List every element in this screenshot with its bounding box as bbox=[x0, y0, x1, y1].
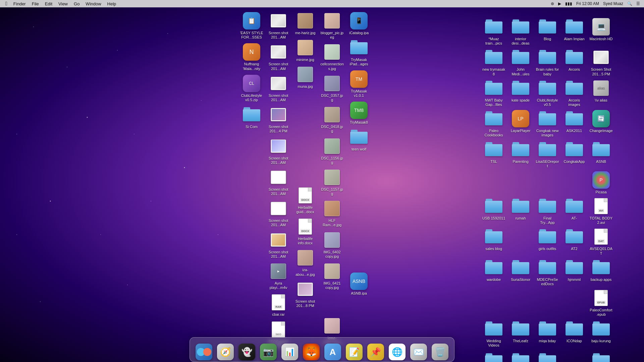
list-item[interactable]: me-hariz.jpg bbox=[292, 11, 319, 37]
list-item[interactable]: DSC_1157.jpg bbox=[319, 167, 345, 198]
list-item[interactable]: wardobe bbox=[480, 257, 507, 288]
dock-firefox[interactable]: 🦊 bbox=[302, 341, 321, 360]
list-item[interactable]: TryMasak iPad...ages bbox=[345, 38, 372, 68]
list-item[interactable]: Screen shot 201...4 PM bbox=[265, 105, 292, 135]
list-item[interactable]: cellconnections.jpg bbox=[319, 42, 345, 72]
list-item[interactable]: Congkak new images bbox=[534, 109, 561, 139]
wifi-icon[interactable]: ⊛ bbox=[551, 1, 554, 6]
menu-file[interactable]: File bbox=[29, 0, 42, 7]
list-item[interactable]: teen wolf bbox=[345, 127, 372, 153]
dock-growl[interactable]: 👻 bbox=[237, 341, 257, 360]
menu-window[interactable]: Window bbox=[83, 0, 104, 7]
list-item[interactable]: hjmmml bbox=[561, 257, 588, 288]
list-item[interactable]: 💻 Macintosh HD bbox=[588, 17, 614, 47]
menu-view[interactable]: View bbox=[56, 0, 70, 7]
list-item[interactable]: Paleo Cookbooks bbox=[480, 109, 507, 139]
list-item[interactable]: DOCX Herbalife info.docx bbox=[292, 217, 319, 247]
list-item[interactable]: John Medi...ules bbox=[507, 47, 534, 78]
list-item[interactable]: Wedding Videos bbox=[480, 319, 507, 349]
list-item[interactable]: RAR cbar.rar bbox=[265, 292, 292, 318]
list-item[interactable]: blogger_pic.jpeg bbox=[319, 11, 345, 41]
dock-appstore[interactable]: A bbox=[323, 341, 342, 360]
list-item[interactable]: USB 1592011 bbox=[480, 196, 507, 227]
list-item[interactable]: new trymasak 8 bbox=[480, 47, 507, 78]
list-item[interactable]: alias \\v alias bbox=[588, 78, 614, 109]
volume-icon[interactable]: ▶ bbox=[558, 1, 561, 6]
list-item[interactable]: muna.jpg bbox=[292, 64, 319, 90]
list-item[interactable]: Screen Shot 201...5 PM bbox=[588, 47, 614, 78]
list-item[interactable]: DSC_0418.jpg bbox=[319, 105, 345, 135]
list-item[interactable]: BanyanTree bbox=[588, 351, 614, 362]
list-item[interactable]: AT2 bbox=[561, 227, 588, 257]
list-item[interactable]: SuriaStonor bbox=[507, 257, 534, 288]
menu-help[interactable]: Help bbox=[105, 0, 119, 7]
list-item[interactable]: Arcoris bbox=[561, 47, 588, 78]
dock-notes[interactable]: 📝 bbox=[344, 341, 364, 360]
list-item[interactable]: miqa bday bbox=[534, 319, 561, 349]
apple-menu[interactable]:  bbox=[3, 0, 10, 7]
list-item[interactable]: backup apps bbox=[588, 257, 614, 288]
menu-finder[interactable]: Finder bbox=[11, 0, 29, 7]
list-item[interactable]: EPUB PaleoComfort.epub bbox=[588, 288, 614, 318]
list-item[interactable]: TM8 TryMasak8 bbox=[345, 100, 372, 126]
dock-activity[interactable]: 📊 bbox=[280, 341, 300, 360]
list-item[interactable]: N Nuffnang 'Mala...nity bbox=[238, 42, 265, 72]
list-item[interactable]: Screen shot 201...AM bbox=[265, 167, 292, 198]
dock-trash[interactable]: 🗑️ bbox=[430, 341, 450, 360]
list-item[interactable]: AVI TOTAL BODY 2.avi bbox=[588, 196, 614, 227]
list-item[interactable]: MK28 bbox=[534, 351, 561, 362]
list-item[interactable]: CongkakApp bbox=[561, 139, 588, 170]
list-item[interactable]: ASK2011 bbox=[561, 109, 588, 139]
list-item[interactable]: Arcoris images bbox=[561, 78, 588, 109]
dock-stickies[interactable]: 📌 bbox=[366, 341, 385, 360]
list-item[interactable]: ClubLifestyle v0.5 bbox=[534, 78, 561, 109]
list-item[interactable]: Screen shot 201...AM bbox=[265, 198, 292, 229]
list-item[interactable]: Screen shot 201...AM bbox=[265, 42, 292, 72]
list-item[interactable]: ASNB bbox=[588, 139, 614, 170]
search-icon[interactable]: 🔍 bbox=[627, 1, 632, 6]
list-item[interactable]: P Picasa bbox=[588, 170, 614, 196]
list-item[interactable]: ASNB ASNB.ipa bbox=[345, 271, 372, 297]
list-item[interactable]: DAT AVSEQ01.DAT bbox=[588, 227, 614, 257]
list-item[interactable]: kate spade bbox=[507, 78, 534, 109]
dock-finder[interactable] bbox=[194, 341, 214, 360]
list-item[interactable]: 📱 iCatalog.ipa bbox=[345, 11, 372, 37]
girls-outfits-folder[interactable]: girls outfits bbox=[534, 227, 561, 257]
list-item[interactable]: Screen shot 201...AM bbox=[265, 136, 292, 167]
list-item[interactable]: Screen shot 201...AM bbox=[265, 11, 292, 41]
list-item[interactable]: Blog bbox=[534, 17, 561, 47]
list-item[interactable]: 🔄 ChangeImage bbox=[588, 109, 614, 139]
dock-safari[interactable]: 🧭 bbox=[216, 341, 235, 360]
list-item[interactable]: XilisoftFLV Con...8Y1 bbox=[480, 351, 507, 362]
dock-mail[interactable]: ✉️ bbox=[409, 341, 428, 360]
list-item[interactable]: ICONdap bbox=[561, 319, 588, 349]
list-item[interactable]: Brain rules for baby bbox=[534, 47, 561, 78]
menu-go[interactable]: Go bbox=[71, 0, 82, 7]
menu-extra-icon[interactable]: ☰ bbox=[636, 1, 640, 6]
list-item[interactable]: rumah bbox=[507, 196, 534, 227]
list-item[interactable]: DSC_0357.jpg bbox=[319, 73, 345, 104]
list-item[interactable]: Screen shot 201...AM bbox=[265, 73, 292, 104]
list-item[interactable]: minime.jpg bbox=[292, 38, 319, 64]
list-item[interactable]: Alam Impian bbox=[561, 17, 588, 47]
list-item[interactable]: sales blog bbox=[480, 227, 507, 257]
list-item[interactable]: baju kurung bbox=[588, 319, 614, 349]
menu-edit[interactable]: Edit bbox=[42, 0, 55, 7]
list-item[interactable]: iza-abou...e.jpg bbox=[292, 248, 319, 278]
list-item[interactable]: AT- bbox=[561, 196, 588, 227]
list-item[interactable]: DOCX Herbalife guid...docx bbox=[292, 185, 319, 216]
list-item[interactable]: LisaSEOreport bbox=[534, 139, 561, 170]
battery-icon[interactable]: ▮▮▮ bbox=[565, 1, 572, 6]
list-item[interactable]: Parenting bbox=[507, 139, 534, 170]
list-item[interactable]: TheLeafz bbox=[507, 319, 534, 349]
list-item[interactable]: NWT Baby Gap...files bbox=[480, 78, 507, 109]
list-item[interactable]: TMind_power_HStudy bbox=[507, 351, 534, 362]
list-item[interactable]: LP LayarPlayer bbox=[507, 109, 534, 139]
list-item[interactable]: CL ClubLifestyle v0.5.zip bbox=[238, 73, 265, 104]
list-item[interactable]: TM TryMasak v1.0.1 bbox=[345, 69, 372, 100]
list-item[interactable]: MDECPreSe edDocs bbox=[534, 257, 561, 288]
list-item[interactable]: Screen shot 201...8 PM bbox=[292, 279, 319, 310]
dock-iphoto[interactable]: 📷 bbox=[259, 341, 278, 360]
list-item[interactable]: Screen shot 201...AM bbox=[265, 230, 292, 260]
list-item[interactable]: IMG_6402 copy.jpg bbox=[319, 230, 345, 260]
